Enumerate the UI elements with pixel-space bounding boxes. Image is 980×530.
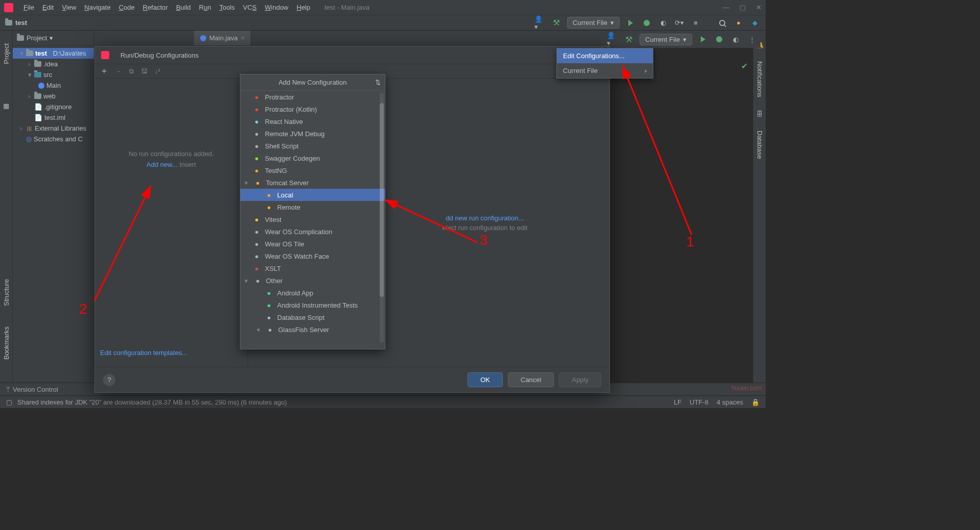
popup-item-remote-jvm-debug[interactable]: ●Remote JVM Debug bbox=[240, 128, 385, 140]
tree-src[interactable]: ▾src bbox=[13, 69, 94, 80]
project-view-selector[interactable]: Project ▾ bbox=[17, 34, 53, 42]
popup-item-remote[interactable]: ●Remote bbox=[240, 201, 385, 213]
dropdown-current-file[interactable]: Current File › bbox=[557, 63, 653, 78]
profiler-button[interactable]: ⟳▾ bbox=[674, 17, 685, 29]
tree-main-java[interactable]: Main bbox=[13, 80, 94, 91]
gutter-structure[interactable]: Structure bbox=[3, 276, 10, 309]
popup-item-swagger-codegen[interactable]: ●Swagger Codegen bbox=[240, 152, 385, 164]
menu-help[interactable]: Help bbox=[292, 4, 314, 11]
status-tip-icon[interactable]: ▢ bbox=[6, 398, 12, 406]
popup-item-vitest[interactable]: ●Vitest bbox=[240, 213, 385, 225]
popup-item-testng[interactable]: ●TestNG bbox=[240, 164, 385, 176]
popup-filter-icon[interactable]: ⇅ bbox=[375, 79, 381, 86]
close-tab-icon[interactable]: × bbox=[241, 34, 245, 42]
copy-config-button[interactable]: ⧉ bbox=[129, 67, 134, 75]
add-new-link[interactable]: Add new... bbox=[146, 161, 178, 168]
tree-testiml[interactable]: 📄test.iml bbox=[13, 112, 94, 123]
stop-button[interactable]: ■ bbox=[690, 17, 701, 29]
save-config-button[interactable]: 🖫 bbox=[141, 67, 148, 75]
menu-tools[interactable]: Tools bbox=[215, 4, 239, 11]
close-button[interactable]: ✕ bbox=[756, 4, 762, 11]
gutter-bookmarks[interactable]: Bookmarks bbox=[3, 324, 10, 362]
gutter-project[interactable]: Project bbox=[3, 41, 10, 66]
popup-item-react-native[interactable]: ●React Native bbox=[240, 115, 385, 128]
updates-icon[interactable]: ● bbox=[733, 17, 744, 29]
menu-run[interactable]: Run bbox=[195, 4, 215, 11]
status-indent[interactable]: 4 spaces bbox=[717, 398, 743, 406]
menu-vcs[interactable]: VCS bbox=[239, 4, 261, 11]
help-button[interactable]: ? bbox=[103, 374, 115, 386]
config-type-icon: ● bbox=[253, 215, 261, 223]
debug-button-2[interactable] bbox=[714, 34, 725, 45]
menu-edit[interactable]: Edit bbox=[38, 4, 58, 11]
popup-item-database-script[interactable]: ●Database Script bbox=[240, 311, 385, 323]
popup-item-tomcat-server[interactable]: ▾●Tomcat Server bbox=[240, 176, 385, 189]
popup-item-wear-os-watch-face[interactable]: ●Wear OS Watch Face bbox=[240, 250, 385, 262]
popup-item-other[interactable]: ▾●Other bbox=[240, 274, 385, 287]
status-encoding[interactable]: UTF-8 bbox=[690, 398, 708, 406]
build-icon[interactable]: ⚒ bbox=[551, 17, 562, 29]
bug-icon bbox=[644, 20, 650, 26]
edit-templates-link[interactable]: Edit configuration templates... bbox=[100, 349, 187, 357]
toolwin-vcs[interactable]: ᛘVersion Control bbox=[6, 386, 58, 393]
user-icon-2[interactable]: 👤▾ bbox=[607, 34, 618, 45]
menu-file[interactable]: File bbox=[19, 4, 38, 11]
add-config-button[interactable]: ＋ bbox=[100, 66, 108, 77]
run-config-selector-2[interactable]: Current File ▾ bbox=[640, 34, 692, 45]
popup-item-protractor[interactable]: ●Protractor bbox=[240, 91, 385, 103]
tree-web[interactable]: ›web bbox=[13, 91, 94, 102]
popup-item-protractor-kotlin-[interactable]: ●Protractor (Kotlin) bbox=[240, 103, 385, 115]
menu-navigate[interactable]: Navigate bbox=[80, 4, 114, 11]
tree-scratches[interactable]: ◎Scratches and C bbox=[13, 134, 94, 144]
search-everywhere-button[interactable] bbox=[717, 17, 728, 29]
dropdown-edit-configurations[interactable]: Edit Configurations... bbox=[557, 48, 653, 63]
ide-settings-icon[interactable]: ◆ bbox=[749, 17, 761, 29]
run-config-selector[interactable]: Current File ▾ bbox=[567, 17, 620, 29]
popup-item-wear-os-complication[interactable]: ●Wear OS Complication bbox=[240, 225, 385, 238]
tree-gitignore[interactable]: 📄.gitignore bbox=[13, 102, 94, 112]
build-icon-2[interactable]: ⚒ bbox=[623, 34, 634, 45]
popup-item-shell-script[interactable]: ●Shell Script bbox=[240, 140, 385, 152]
status-lock-icon[interactable]: 🔒 bbox=[751, 398, 760, 406]
sort-config-button[interactable]: ↓² bbox=[155, 67, 160, 75]
tree-external-libraries[interactable]: ›⫼External Libraries bbox=[13, 123, 94, 134]
popup-list[interactable]: ●Protractor●Protractor (Kotlin)●React Na… bbox=[240, 91, 385, 349]
menu-refactor[interactable]: Refactor bbox=[139, 4, 172, 11]
user-icon[interactable]: 👤▾ bbox=[534, 17, 546, 29]
popup-item-glassfish-server[interactable]: ▾●GlassFish Server bbox=[240, 323, 385, 336]
popup-item-wear-os-tile[interactable]: ●Wear OS Tile bbox=[240, 238, 385, 250]
inspection-ok-icon[interactable]: ✔ bbox=[741, 61, 748, 71]
menu-code[interactable]: Code bbox=[115, 4, 139, 11]
tree-root[interactable]: ▾test D:\Java\tes bbox=[13, 48, 94, 59]
commit-icon[interactable]: ▦ bbox=[3, 102, 9, 110]
run-button[interactable] bbox=[625, 17, 636, 29]
popup-item-xslt[interactable]: ●XSLT bbox=[240, 262, 385, 274]
popup-item-android-instrumented-tests[interactable]: ●Android Instrumented Tests bbox=[240, 299, 385, 311]
remove-config-button[interactable]: － bbox=[115, 67, 122, 76]
menu-build[interactable]: Build bbox=[172, 4, 195, 11]
maximize-button[interactable]: ▢ bbox=[740, 4, 746, 11]
ok-button[interactable]: OK bbox=[468, 372, 503, 387]
debug-button[interactable] bbox=[641, 17, 652, 29]
popup-item-local[interactable]: ●Local bbox=[240, 189, 385, 201]
more-button[interactable]: ⋮ bbox=[746, 34, 757, 45]
breadcrumb-root[interactable]: test bbox=[15, 19, 27, 27]
editor-tab-main[interactable]: Main.java × bbox=[194, 31, 251, 45]
tree-testiml-label: test.iml bbox=[44, 114, 65, 121]
menu-window[interactable]: Window bbox=[261, 4, 292, 11]
menu-view[interactable]: View bbox=[58, 4, 80, 11]
status-line-sep[interactable]: LF bbox=[674, 398, 681, 406]
tree-idea[interactable]: ›.idea bbox=[13, 59, 94, 69]
minimize-button[interactable]: — bbox=[723, 4, 729, 11]
cancel-button[interactable]: Cancel bbox=[508, 372, 554, 387]
coverage-button[interactable]: ◐ bbox=[657, 17, 669, 29]
run-button-2[interactable] bbox=[697, 34, 708, 45]
add-new-config-hint-link[interactable]: dd new run configuration... bbox=[446, 214, 524, 222]
popup-item-android-app[interactable]: ●Android App bbox=[240, 287, 385, 299]
database-icon[interactable]: 🗄 bbox=[756, 110, 763, 118]
scrollbar-thumb[interactable] bbox=[380, 103, 384, 297]
coverage-button-2[interactable]: ◐ bbox=[730, 34, 741, 45]
gutter-database[interactable]: Database bbox=[756, 128, 764, 162]
popup-scrollbar[interactable] bbox=[380, 93, 384, 343]
gutter-notifications[interactable]: Notifications bbox=[756, 59, 764, 100]
